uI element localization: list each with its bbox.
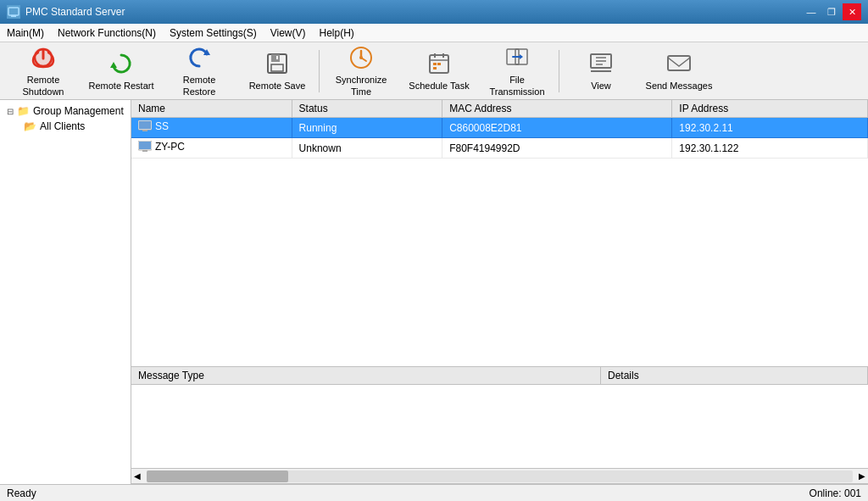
cell-mac-0: C860008E2D81	[442, 118, 672, 138]
remote-restart-button[interactable]: Remote Restart	[83, 47, 159, 96]
remote-restore-icon	[186, 44, 213, 71]
remote-restore-button[interactable]: Remote Restore	[161, 47, 237, 96]
view-label: View	[591, 81, 611, 92]
client-table: Name Status MAC Address IP Address	[131, 100, 868, 159]
status-online: Online: 001	[810, 487, 861, 499]
cell-mac-1: F80F4194992D	[442, 138, 672, 159]
remote-shutdown-label: Remote Shutdown	[9, 75, 77, 97]
file-transmission-label: File Transmission	[483, 75, 551, 97]
menu-view[interactable]: View(V)	[264, 24, 313, 42]
toolbar-separator-1	[319, 50, 320, 92]
table-row[interactable]: SS Running C860008E2D81 192.30.2.11	[131, 118, 868, 138]
view-button[interactable]: View	[563, 47, 639, 96]
window-controls: — ❐ ✕	[802, 3, 861, 20]
col-message-type: Message Type	[131, 367, 600, 385]
menu-network-functions[interactable]: Network Functions(N)	[51, 24, 163, 42]
toolbar: Remote Shutdown Remote Restart Remote Re…	[0, 42, 868, 100]
svg-rect-33	[142, 130, 147, 131]
remote-save-icon	[264, 50, 291, 77]
col-mac: MAC Address	[442, 100, 672, 118]
menu-main[interactable]: Main(M)	[0, 24, 51, 42]
title-bar: PMC Standard Server — ❐ ✕	[0, 0, 868, 24]
menu-help[interactable]: Help(H)	[313, 24, 361, 42]
schedule-task-label: Schedule Task	[409, 81, 469, 92]
synchronize-time-button[interactable]: Synchronize Time	[323, 47, 399, 96]
view-icon	[587, 50, 615, 77]
minimize-button[interactable]: —	[802, 3, 821, 20]
row-icon-ss: SS	[138, 120, 169, 132]
svg-rect-19	[433, 63, 437, 65]
scroll-right-arrow[interactable]: ▶	[856, 471, 868, 481]
col-ip: IP Address	[672, 100, 868, 118]
status-ready: Ready	[7, 487, 36, 499]
toolbar-separator-2	[559, 50, 559, 92]
svg-rect-1	[11, 15, 16, 17]
message-table: Message Type Details	[131, 367, 868, 385]
scroll-panel[interactable]: ◀ ▶	[131, 469, 868, 484]
menu-bar: Main(M) Network Functions(N) System Sett…	[0, 24, 868, 42]
cell-name: SS	[131, 118, 292, 138]
svg-rect-0	[8, 8, 19, 15]
message-panel[interactable]: Message Type Details	[131, 367, 868, 469]
cell-ip-0: 192.30.2.11	[672, 118, 868, 138]
group-management-label: Group Management	[33, 105, 124, 117]
status-bar: Ready Online: 001	[0, 484, 868, 501]
col-details: Details	[600, 367, 867, 385]
remote-restart-label: Remote Restart	[88, 81, 153, 92]
svg-rect-36	[142, 150, 147, 152]
cell-name-1: ZY-PC	[131, 138, 292, 159]
remote-shutdown-icon	[30, 44, 57, 71]
remote-save-button[interactable]: Remote Save	[239, 47, 315, 96]
svg-marker-25	[520, 54, 523, 59]
synchronize-time-label: Synchronize Time	[327, 75, 395, 97]
menu-system-settings[interactable]: System Settings(S)	[163, 24, 264, 42]
restore-button[interactable]: ❐	[822, 3, 841, 20]
remote-save-label: Remote Save	[249, 81, 306, 92]
synchronize-time-icon	[348, 44, 375, 71]
svg-rect-31	[668, 56, 690, 70]
close-button[interactable]: ✕	[843, 3, 861, 20]
horizontal-scrollbar[interactable]	[147, 470, 853, 482]
app-icon	[7, 5, 20, 19]
col-name: Name	[131, 100, 292, 118]
right-panel: Name Status MAC Address IP Address	[131, 100, 868, 484]
svg-rect-9	[271, 64, 283, 71]
window-title: PMC Standard Server	[25, 6, 125, 18]
scroll-left-arrow[interactable]: ◀	[131, 471, 143, 481]
remote-shutdown-button[interactable]: Remote Shutdown	[5, 47, 81, 96]
svg-rect-8	[271, 54, 280, 62]
data-table-container[interactable]: Name Status MAC Address IP Address	[131, 100, 868, 367]
svg-point-14	[359, 56, 363, 59]
schedule-task-icon	[426, 50, 453, 77]
remote-restore-label: Remote Restore	[165, 75, 233, 97]
tree-group-management[interactable]: ⊟ 📁 Group Management	[3, 103, 127, 119]
scrollbar-thumb[interactable]	[147, 470, 288, 482]
cell-status-1: Unknown	[292, 138, 442, 159]
send-messages-icon	[665, 50, 693, 77]
svg-marker-5	[110, 62, 117, 68]
all-clients-label: All Clients	[40, 120, 85, 132]
tree-all-clients[interactable]: 📂 All Clients	[3, 119, 127, 134]
cell-ip-1: 192.30.1.122	[672, 138, 868, 159]
row-icon-zypc: ZY-PC	[138, 141, 185, 153]
col-status: Status	[292, 100, 442, 118]
schedule-task-button[interactable]: Schedule Task	[401, 47, 477, 96]
title-bar-left: PMC Standard Server	[7, 5, 125, 19]
send-messages-button[interactable]: Send Messages	[641, 47, 717, 96]
file-transmission-icon	[504, 44, 531, 71]
folder-icon: 📁	[17, 105, 30, 117]
folder-icon-clients: 📂	[24, 120, 36, 132]
svg-rect-21	[433, 67, 437, 70]
tree-expand-icon: ⊟	[7, 107, 14, 116]
main-content: ⊟ 📁 Group Management 📂 All Clients Name …	[0, 100, 868, 484]
sidebar: ⊟ 📁 Group Management 📂 All Clients	[0, 100, 131, 484]
send-messages-label: Send Messages	[646, 81, 713, 92]
table-row[interactable]: ZY-PC Unknown F80F4194992D 192.30.1.122	[131, 138, 868, 159]
svg-rect-34	[139, 121, 151, 129]
file-transmission-button[interactable]: File Transmission	[479, 47, 555, 96]
svg-rect-37	[139, 142, 151, 149]
remote-restart-icon	[108, 50, 135, 77]
svg-rect-20	[437, 63, 441, 65]
cell-status-0: Running	[292, 118, 442, 138]
